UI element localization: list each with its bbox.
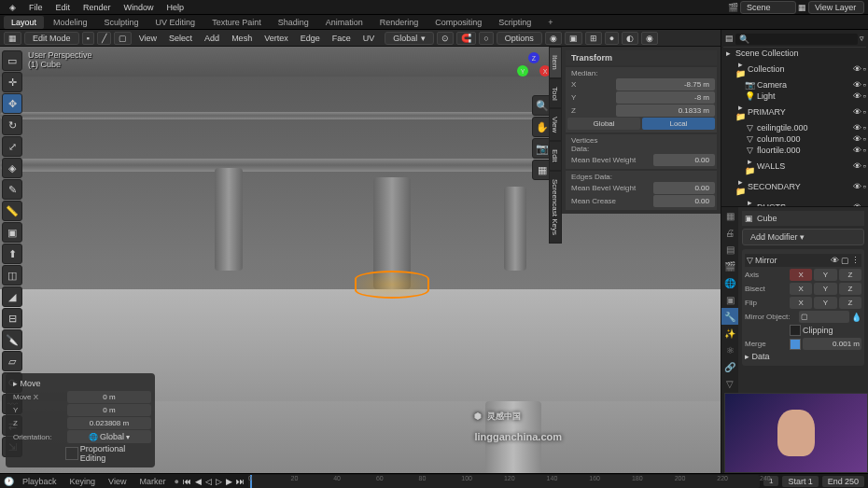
axis-z-button[interactable]: Z (839, 269, 861, 281)
crease-field[interactable]: 0.00 (653, 195, 715, 207)
tool-rotate-icon[interactable]: ↻ (2, 115, 22, 135)
outliner-root[interactable]: ▸Scene Collection (723, 48, 866, 59)
flip-z-button[interactable]: Z (839, 297, 861, 309)
ntab-tool[interactable]: Tool (549, 78, 562, 109)
tab-uvediting[interactable]: UV Editing (148, 16, 203, 29)
nav-gizmo[interactable]: X Y Z (513, 52, 553, 91)
tab-compositing[interactable]: Compositing (427, 16, 489, 29)
tool-knife-icon[interactable]: 🔪 (2, 329, 22, 350)
play-icon[interactable]: ▷ (216, 477, 222, 486)
outliner-item[interactable]: ▸📁SECONDARY👁▫ (723, 176, 866, 197)
start-frame-field[interactable]: Start 1 (782, 476, 818, 487)
outliner-item[interactable]: ▸📁PRIMARY👁▫ (723, 102, 866, 122)
tool-cursor-icon[interactable]: ✛ (2, 72, 22, 92)
visibility-icon[interactable]: 👁 (853, 161, 861, 171)
data-section[interactable]: ▸ Data (745, 352, 770, 361)
visibility-icon[interactable]: 👁 (853, 134, 861, 144)
mod-edit-icon[interactable]: ▢ (841, 256, 849, 265)
menu-window[interactable]: Window (119, 1, 160, 14)
menu-file[interactable]: File (23, 1, 49, 14)
disable-icon[interactable]: ▫ (863, 134, 866, 144)
proptab-viewlayer-icon[interactable]: ▤ (721, 241, 738, 258)
play-reverse-icon[interactable]: ◁ (205, 477, 212, 486)
visibility-icon[interactable]: 👁 (853, 123, 861, 132)
timeline-editor-icon[interactable]: 🕐 (4, 477, 14, 486)
disable-icon[interactable]: ▫ (863, 161, 866, 171)
tab-texturepaint[interactable]: Texture Paint (204, 16, 269, 29)
outliner-filter-icon[interactable]: ▿ (860, 34, 864, 45)
transform-x-field[interactable]: -8.75 m (616, 78, 715, 91)
proptab-object-icon[interactable]: ▣ (721, 291, 738, 308)
proptab-constraint-icon[interactable]: 🔗 (721, 358, 738, 375)
visibility-icon[interactable]: 👁 (853, 107, 861, 117)
blender-icon[interactable]: ◈ (4, 1, 21, 14)
selected-geometry[interactable] (355, 271, 429, 299)
menu-render[interactable]: Render (77, 1, 117, 14)
menu-view[interactable]: View (134, 33, 161, 44)
axis-x-button[interactable]: X (790, 269, 812, 281)
outliner-item[interactable]: ▸📁Collection👁▫ (723, 59, 866, 79)
outliner-item[interactable]: 💡Light👁▫ (723, 91, 866, 102)
ntab-edit[interactable]: Edit (549, 141, 562, 171)
shading-matprev-icon[interactable]: ◐ (622, 32, 638, 45)
mod-menu-icon[interactable]: ⋮ (851, 256, 860, 265)
proptab-render-icon[interactable]: ▦ (721, 207, 738, 224)
orientation-dropdown[interactable]: Global ▾ (385, 32, 434, 45)
visibility-icon[interactable]: 👁 (853, 80, 861, 90)
outliner-item[interactable]: ▸📁WALLS👁▫ (723, 156, 866, 176)
tab-modeling[interactable]: Modeling (46, 16, 95, 29)
transform-z-field[interactable]: 0.1833 m (616, 105, 715, 117)
outliner-item[interactable]: ▽column.000👁▫ (723, 133, 866, 145)
orientation-dropdown[interactable]: 🌐 Global ▾ (67, 430, 151, 443)
visibility-icon[interactable]: 👁 (853, 146, 861, 155)
tool-polybuild-icon[interactable]: ▱ (2, 351, 22, 371)
viewlayer-input[interactable]: View Layer (808, 1, 864, 14)
disable-icon[interactable]: ▫ (863, 146, 866, 155)
tool-extrude-icon[interactable]: ⬆ (2, 244, 22, 264)
shading-solid-icon[interactable]: ● (605, 32, 619, 45)
bisect-z-button[interactable]: Z (839, 283, 861, 295)
mod-vis-icon[interactable]: 👁 (831, 256, 839, 265)
tool-measure-icon[interactable]: 📏 (2, 201, 22, 221)
tl-keying[interactable]: Keying (65, 476, 101, 487)
tl-playback[interactable]: Playback (18, 476, 62, 487)
clipping-checkbox[interactable] (790, 325, 801, 336)
proptab-data-icon[interactable]: ▽ (721, 375, 738, 392)
ntab-view[interactable]: View (549, 108, 562, 141)
play-start-icon[interactable]: ⏮ (183, 477, 191, 486)
mirror-object-field[interactable]: ▢ (799, 311, 849, 323)
bisect-y-button[interactable]: Y (814, 283, 836, 295)
edge-bevel-field[interactable]: 0.00 (653, 182, 715, 194)
tool-inset-icon[interactable]: ◫ (2, 265, 22, 286)
flip-y-button[interactable]: Y (814, 297, 836, 309)
merge-field[interactable]: 0.001 m (803, 338, 861, 350)
tl-view[interactable]: View (104, 476, 131, 487)
menu-select[interactable]: Select (164, 33, 197, 44)
panel-title[interactable]: Transform (566, 50, 717, 65)
play-next-icon[interactable]: ▶ (226, 477, 232, 486)
visibility-icon[interactable]: 👁 (853, 182, 861, 191)
proptab-particle-icon[interactable]: ✨ (721, 325, 738, 342)
tab-sculpting[interactable]: Sculpting (97, 16, 147, 29)
tab-add[interactable]: + (540, 16, 560, 29)
play-prev-icon[interactable]: ◀ (195, 477, 202, 486)
proptab-output-icon[interactable]: 🖨 (721, 224, 738, 241)
outliner-search[interactable]: 🔍 (735, 34, 858, 45)
outliner-item[interactable]: ▽floortile.000👁▫ (723, 145, 866, 156)
eyedropper-icon[interactable]: 💧 (851, 313, 861, 322)
ntab-item[interactable]: Item (549, 47, 562, 78)
vert-bevel-field[interactable]: 0.00 (653, 154, 715, 166)
merge-checkbox[interactable] (790, 339, 801, 350)
timeline-track[interactable]: 020406080100120140160180200220240 (248, 475, 760, 488)
editor-type-icon[interactable]: ▦ (4, 32, 21, 45)
tab-scripting[interactable]: Scripting (491, 16, 539, 29)
viewport-3d[interactable]: ▭ ✛ ✥ ↻ ⤢ ◈ ✎ 📏 ▣ ⬆ ◫ ◢ ⊟ 🔪 ▱ ⟳ 〰 ⇄ ⇲ (0, 47, 721, 473)
menu-face[interactable]: Face (328, 33, 356, 44)
selmode-edge-icon[interactable]: ╱ (97, 32, 111, 45)
proptab-physics-icon[interactable]: ⚛ (721, 342, 738, 358)
tool-annotate-icon[interactable]: ✎ (2, 179, 22, 200)
scene-name-input[interactable]: Scene (740, 1, 796, 14)
selmode-vert-icon[interactable]: ▪ (82, 32, 94, 45)
outliner-item[interactable]: 📷Camera👁▫ (723, 79, 866, 91)
add-modifier-dropdown[interactable]: Add Modifier ▾ (742, 229, 864, 245)
